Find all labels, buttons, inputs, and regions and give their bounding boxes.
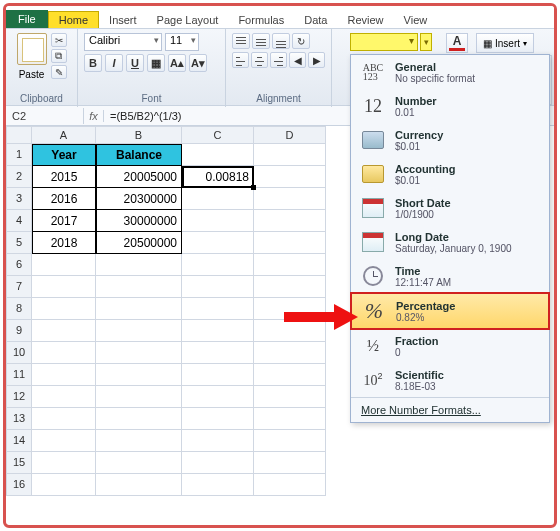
row-header-6[interactable]: 6 (6, 254, 32, 276)
border-button[interactable]: ▦ (147, 54, 165, 72)
cell-B3[interactable]: 20300000 (96, 188, 182, 210)
orientation-button[interactable]: ↻ (292, 33, 310, 49)
numfmt-longdate[interactable]: Long DateSaturday, January 0, 1900 (351, 225, 549, 259)
cell-C12[interactable] (182, 386, 254, 408)
numfmt-accounting[interactable]: Accounting$0.01 (351, 157, 549, 191)
cell-B4[interactable]: 30000000 (96, 210, 182, 232)
cell-C8[interactable] (182, 298, 254, 320)
cell-D3[interactable] (254, 188, 326, 210)
fx-icon[interactable]: fx (84, 110, 104, 122)
cell-C1[interactable] (182, 144, 254, 166)
row-header-10[interactable]: 10 (6, 342, 32, 364)
cell-B9[interactable] (96, 320, 182, 342)
shrink-font-button[interactable]: A▾ (189, 54, 207, 72)
name-box[interactable]: C2 (6, 108, 84, 124)
cell-A5[interactable]: 2018 (32, 232, 96, 254)
cell-C6[interactable] (182, 254, 254, 276)
cut-button[interactable]: ✂ (51, 33, 67, 47)
tab-data[interactable]: Data (294, 11, 337, 28)
number-format-dropdown-arrow[interactable]: ▾ (420, 33, 432, 51)
cell-A10[interactable] (32, 342, 96, 364)
numfmt-currency[interactable]: Currency$0.01 (351, 123, 549, 157)
number-format-select[interactable] (350, 33, 418, 51)
cell-D13[interactable] (254, 408, 326, 430)
cell-D1[interactable] (254, 144, 326, 166)
font-color-button[interactable]: A (446, 33, 468, 53)
cell-D2[interactable] (254, 166, 326, 188)
cell-A7[interactable] (32, 276, 96, 298)
row-header-4[interactable]: 4 (6, 210, 32, 232)
row-header-16[interactable]: 16 (6, 474, 32, 496)
cell-D15[interactable] (254, 452, 326, 474)
row-header-13[interactable]: 13 (6, 408, 32, 430)
cell-A1[interactable]: Year (32, 144, 96, 166)
numfmt-fraction[interactable]: ½Fraction0 (351, 329, 549, 363)
cell-B16[interactable] (96, 474, 182, 496)
row-header-2[interactable]: 2 (6, 166, 32, 188)
cell-C16[interactable] (182, 474, 254, 496)
cell-A3[interactable]: 2016 (32, 188, 96, 210)
row-header-9[interactable]: 9 (6, 320, 32, 342)
align-center-button[interactable] (251, 52, 268, 68)
cell-D7[interactable] (254, 276, 326, 298)
copy-button[interactable]: ⧉ (51, 49, 67, 63)
tab-view[interactable]: View (394, 11, 438, 28)
tab-review[interactable]: Review (337, 11, 393, 28)
numfmt-percentage[interactable]: %Percentage0.82% (350, 292, 550, 330)
tab-home[interactable]: Home (48, 11, 99, 28)
cell-C11[interactable] (182, 364, 254, 386)
cell-C14[interactable] (182, 430, 254, 452)
align-middle-button[interactable] (252, 33, 270, 49)
font-size-select[interactable]: 11 (165, 33, 199, 51)
row-header-12[interactable]: 12 (6, 386, 32, 408)
cell-B6[interactable] (96, 254, 182, 276)
cell-A9[interactable] (32, 320, 96, 342)
row-header-1[interactable]: 1 (6, 144, 32, 166)
cell-A15[interactable] (32, 452, 96, 474)
align-bottom-button[interactable] (272, 33, 290, 49)
cell-C7[interactable] (182, 276, 254, 298)
numfmt-general[interactable]: ABC123GeneralNo specific format (351, 55, 549, 89)
cell-B1[interactable]: Balance (96, 144, 182, 166)
cell-B14[interactable] (96, 430, 182, 452)
cell-A13[interactable] (32, 408, 96, 430)
cell-D12[interactable] (254, 386, 326, 408)
cell-D8[interactable] (254, 298, 326, 320)
row-header-7[interactable]: 7 (6, 276, 32, 298)
tab-page-layout[interactable]: Page Layout (147, 11, 229, 28)
tab-file[interactable]: File (6, 10, 48, 28)
align-top-button[interactable] (232, 33, 250, 49)
cell-A2[interactable]: 2015 (32, 166, 96, 188)
cell-C4[interactable] (182, 210, 254, 232)
cell-A14[interactable] (32, 430, 96, 452)
row-header-3[interactable]: 3 (6, 188, 32, 210)
col-header-A[interactable]: A (32, 126, 96, 144)
align-left-button[interactable] (232, 52, 249, 68)
cell-B7[interactable] (96, 276, 182, 298)
cell-D9[interactable] (254, 320, 326, 342)
cell-B10[interactable] (96, 342, 182, 364)
cell-A4[interactable]: 2017 (32, 210, 96, 232)
tab-formulas[interactable]: Formulas (228, 11, 294, 28)
paste-icon[interactable] (17, 33, 47, 65)
col-header-C[interactable]: C (182, 126, 254, 144)
cell-A11[interactable] (32, 364, 96, 386)
cell-C3[interactable] (182, 188, 254, 210)
cell-C9[interactable] (182, 320, 254, 342)
cell-B13[interactable] (96, 408, 182, 430)
font-name-select[interactable]: Calibri (84, 33, 162, 51)
row-header-5[interactable]: 5 (6, 232, 32, 254)
numfmt-number[interactable]: 12Number0.01 (351, 89, 549, 123)
decrease-indent-button[interactable]: ◀ (289, 52, 306, 68)
cell-A16[interactable] (32, 474, 96, 496)
italic-button[interactable]: I (105, 54, 123, 72)
cell-C15[interactable] (182, 452, 254, 474)
cell-A6[interactable] (32, 254, 96, 276)
cell-C13[interactable] (182, 408, 254, 430)
bold-button[interactable]: B (84, 54, 102, 72)
col-header-D[interactable]: D (254, 126, 326, 144)
insert-cells-button[interactable]: ▦Insert▾ (476, 33, 534, 53)
col-header-B[interactable]: B (96, 126, 182, 144)
increase-indent-button[interactable]: ▶ (308, 52, 325, 68)
cell-B8[interactable] (96, 298, 182, 320)
